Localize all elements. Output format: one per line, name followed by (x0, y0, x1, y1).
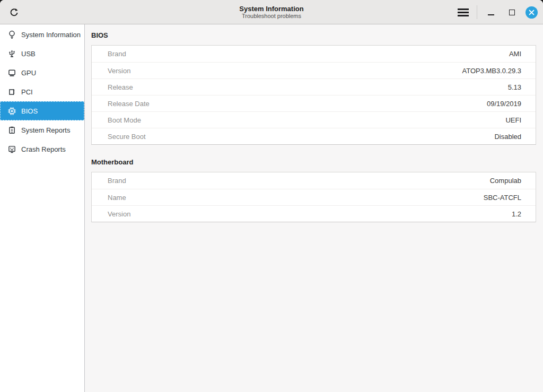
table-row: Brand Compulab (92, 172, 536, 189)
section-title: Motherboard (91, 158, 536, 166)
row-value: Compulab (490, 177, 536, 185)
row-value: 1.2 (512, 210, 536, 218)
sidebar: System Information USB GPU PCI BIOS Syst… (0, 24, 85, 392)
row-value: ATOP3.MB3.0.29.3 (462, 67, 536, 75)
row-value: SBC-ATCFL (484, 194, 536, 202)
window-content: System Information USB GPU PCI BIOS Syst… (0, 24, 543, 392)
row-value: 09/19/2019 (487, 100, 536, 108)
refresh-icon (9, 7, 19, 18)
minimize-button[interactable] (484, 5, 498, 19)
table-row: Release 5.13 (92, 79, 536, 95)
section-title: BIOS (91, 31, 536, 39)
row-key: Version (92, 67, 130, 75)
section-bios: BIOS Brand AMI Version ATOP3.MB3.0.29.3 … (91, 31, 536, 145)
lightbulb-icon (7, 30, 16, 39)
row-key: Boot Mode (92, 116, 141, 124)
sidebar-item-label: PCI (21, 88, 33, 96)
row-value: AMI (509, 50, 536, 58)
sidebar-item-bios[interactable]: BIOS (0, 101, 84, 120)
titlebar: System Information Troubleshoot problems (0, 0, 543, 24)
section-motherboard: Motherboard Brand Compulab Name SBC-ATCF… (91, 158, 536, 222)
sidebar-item-label: USB (21, 50, 36, 58)
display-icon (7, 68, 16, 77)
table-row: Boot Mode UEFI (92, 111, 536, 128)
usb-icon (7, 49, 16, 58)
refresh-button[interactable] (7, 5, 21, 19)
sidebar-item-crash-reports[interactable]: Crash Reports (0, 140, 84, 159)
crash-screen-icon (7, 144, 16, 154)
hamburger-icon (458, 8, 469, 16)
table-row: Secure Boot Disabled (92, 128, 536, 144)
sidebar-item-gpu[interactable]: GPU (0, 63, 84, 82)
row-key: Version (92, 210, 130, 218)
row-value: Disabled (494, 133, 536, 141)
row-key: Release Date (92, 100, 150, 108)
minimize-icon (488, 14, 494, 15)
close-button[interactable] (526, 6, 538, 19)
sidebar-item-pci[interactable]: PCI (0, 82, 84, 101)
sidebar-item-label: Crash Reports (21, 145, 66, 153)
table-row: Version 1.2 (92, 205, 536, 222)
app-window: System Information Troubleshoot problems (0, 0, 543, 392)
sidebar-item-usb[interactable]: USB (0, 44, 84, 63)
table-row: Version ATOP3.MB3.0.29.3 (92, 62, 536, 79)
sidebar-item-label: GPU (21, 69, 36, 77)
pci-card-icon (7, 87, 16, 97)
window-title: System Information (239, 5, 303, 13)
close-icon (529, 10, 535, 15)
table-row: Release Date 09/19/2019 (92, 95, 536, 111)
titlebar-separator (477, 5, 477, 19)
clipboard-alert-icon (7, 125, 16, 135)
main-panel: BIOS Brand AMI Version ATOP3.MB3.0.29.3 … (85, 24, 543, 392)
info-table: Brand AMI Version ATOP3.MB3.0.29.3 Relea… (91, 45, 536, 145)
sidebar-item-system-reports[interactable]: System Reports (0, 120, 84, 140)
sidebar-item-label: BIOS (21, 107, 38, 115)
row-value: 5.13 (508, 83, 536, 91)
maximize-button[interactable] (505, 5, 519, 19)
row-key: Brand (92, 50, 126, 58)
row-value: UEFI (505, 116, 536, 124)
chip-icon (7, 106, 16, 116)
maximize-icon (509, 10, 515, 15)
table-row: Name SBC-ATCFL (92, 189, 536, 205)
row-key: Secure Boot (92, 133, 146, 141)
row-key: Name (92, 194, 126, 202)
row-key: Release (92, 83, 133, 91)
sidebar-item-label: System Reports (21, 126, 70, 134)
table-row: Brand AMI (92, 46, 536, 62)
info-table: Brand Compulab Name SBC-ATCFL Version 1.… (91, 172, 536, 222)
menu-button[interactable] (456, 5, 470, 19)
window-subtitle: Troubleshoot problems (242, 13, 301, 20)
sidebar-item-system-information[interactable]: System Information (0, 25, 84, 44)
sidebar-item-label: System Information (21, 31, 81, 39)
row-key: Brand (92, 177, 126, 185)
